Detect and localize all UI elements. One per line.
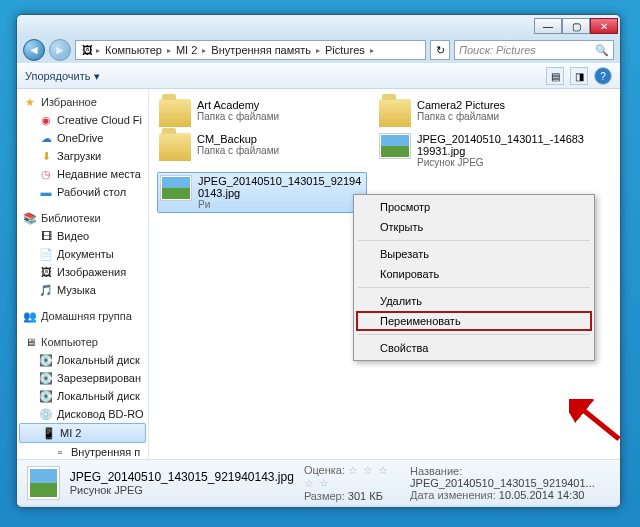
sidebar-item[interactable]: ☁OneDrive [17,129,148,147]
separator [358,240,590,241]
details-filename: JPEG_20140510_143015_921940143.jpg [70,470,294,484]
context-menu-view[interactable]: Просмотр [356,197,592,217]
chevron-right-icon: ▸ [96,46,100,55]
video-icon: 🎞 [39,229,53,243]
sidebar-item[interactable]: 💽Локальный диск [17,387,148,405]
breadcrumb-field[interactable]: 🖼 ▸ Компьютер ▸ MI 2 ▸ Внутренняя память… [75,40,426,60]
homegroup-icon: 👥 [23,309,37,323]
sidebar-item[interactable]: ◉Creative Cloud Fi [17,111,148,129]
minimize-button[interactable]: — [534,18,562,34]
context-menu: Просмотр Открыть Вырезать Копировать Уда… [353,194,595,361]
context-menu-open[interactable]: Открыть [356,217,592,237]
sidebar-item[interactable]: ▫Внутренняя п [17,443,148,459]
explorer-body: ★Избранное ◉Creative Cloud Fi ☁OneDrive … [17,89,620,459]
sidebar-item[interactable]: ◷Недавние места [17,165,148,183]
image-thumbnail [160,175,192,201]
close-button[interactable]: ✕ [590,18,618,34]
library-icon: 📚 [23,211,37,225]
sidebar-item[interactable]: 💽Зарезервирован [17,369,148,387]
details-thumbnail [27,466,60,500]
sidebar-computer-header[interactable]: 🖥Компьютер [17,333,148,351]
search-input[interactable]: Поиск: Pictures 🔍 [454,40,614,60]
details-filetype: Рисунок JPEG [70,484,294,496]
sidebar-item[interactable]: 📄Документы [17,245,148,263]
details-pane: JPEG_20140510_143015_921940143.jpg Рисун… [17,459,620,505]
downloads-icon: ⬇ [39,149,53,163]
breadcrumb-item[interactable]: Pictures [322,43,368,57]
sidebar-item[interactable]: 🖼Изображения [17,263,148,281]
context-menu-delete[interactable]: Удалить [356,291,592,311]
sidebar-homegroup-header[interactable]: 👥Домашняя группа [17,307,148,325]
organize-menu[interactable]: Упорядочить ▾ [25,70,100,83]
sidebar-favorites-header[interactable]: ★Избранное [17,93,148,111]
breadcrumb-item[interactable]: Внутренняя память [208,43,314,57]
sidebar-item[interactable]: 🎵Музыка [17,281,148,299]
breadcrumb-item[interactable]: MI 2 [173,43,200,57]
sidebar-item[interactable]: ⬇Загрузки [17,147,148,165]
drive-icon: 💽 [39,371,53,385]
chevron-right-icon: ▸ [167,46,171,55]
maximize-button[interactable]: ▢ [562,18,590,34]
disc-icon: 💿 [39,407,53,421]
sidebar-item[interactable]: 💽Локальный диск [17,351,148,369]
separator [358,334,590,335]
recent-icon: ◷ [39,167,53,181]
preview-pane-button[interactable]: ◨ [570,67,588,85]
desktop-icon: ▬ [39,185,53,199]
forward-button[interactable]: ► [49,39,71,61]
separator [358,287,590,288]
explorer-window: — ▢ ✕ ◄ ► 🖼 ▸ Компьютер ▸ MI 2 ▸ Внутрен… [16,14,621,508]
device-icon: 📱 [42,426,56,440]
annotation-arrow [569,399,621,449]
svg-line-0 [577,405,619,439]
toolbar: Упорядочить ▾ ▤ ◨ ? [17,63,620,89]
sidebar-item[interactable]: 💿Дисковод BD-RO [17,405,148,423]
context-menu-rename[interactable]: Переименовать [356,311,592,331]
sidebar-libraries-header[interactable]: 📚Библиотеки [17,209,148,227]
computer-icon: 🖥 [23,335,37,349]
file-item-image-selected[interactable]: JPEG_20140510_143015_921940143.jpgРи [157,172,367,213]
view-options-button[interactable]: ▤ [546,67,564,85]
context-menu-cut[interactable]: Вырезать [356,244,592,264]
breadcrumb-item[interactable]: Компьютер [102,43,165,57]
creative-cloud-icon: ◉ [39,113,53,127]
search-placeholder: Поиск: Pictures [459,44,536,56]
chevron-right-icon: ▸ [370,46,374,55]
chevron-right-icon: ▸ [316,46,320,55]
context-menu-copy[interactable]: Копировать [356,264,592,284]
help-button[interactable]: ? [594,67,612,85]
context-menu-properties[interactable]: Свойства [356,338,592,358]
file-item-image[interactable]: JPEG_20140510_143011_-1468319931.jpgРису… [377,131,587,170]
sidebar-item[interactable]: 🎞Видео [17,227,148,245]
folder-icon: 🖼 [80,43,94,57]
file-item-folder[interactable]: CM_BackupПапка с файлами [157,131,367,170]
storage-icon: ▫ [53,445,67,459]
navigation-pane: ★Избранное ◉Creative Cloud Fi ☁OneDrive … [17,89,149,459]
sidebar-item[interactable]: ▬Рабочий стол [17,183,148,201]
star-icon: ★ [23,95,37,109]
chevron-right-icon: ▸ [202,46,206,55]
drive-icon: 💽 [39,353,53,367]
folder-icon [159,99,191,127]
folder-icon [379,99,411,127]
file-item-folder[interactable]: Camera2 PicturesПапка с файлами [377,97,587,129]
file-item-folder[interactable]: Art AcademyПапка с файлами [157,97,367,129]
image-thumbnail [379,133,411,159]
back-button[interactable]: ◄ [23,39,45,61]
titlebar: — ▢ ✕ [17,15,620,37]
sidebar-item-selected[interactable]: 📱MI 2 [19,423,146,443]
search-icon: 🔍 [595,44,609,57]
file-list[interactable]: Art AcademyПапка с файлами Camera2 Pictu… [149,89,620,459]
onedrive-icon: ☁ [39,131,53,145]
drive-icon: 💽 [39,389,53,403]
image-icon: 🖼 [39,265,53,279]
address-bar: ◄ ► 🖼 ▸ Компьютер ▸ MI 2 ▸ Внутренняя па… [17,37,620,63]
refresh-button[interactable]: ↻ [430,40,450,60]
document-icon: 📄 [39,247,53,261]
folder-icon [159,133,191,161]
music-icon: 🎵 [39,283,53,297]
